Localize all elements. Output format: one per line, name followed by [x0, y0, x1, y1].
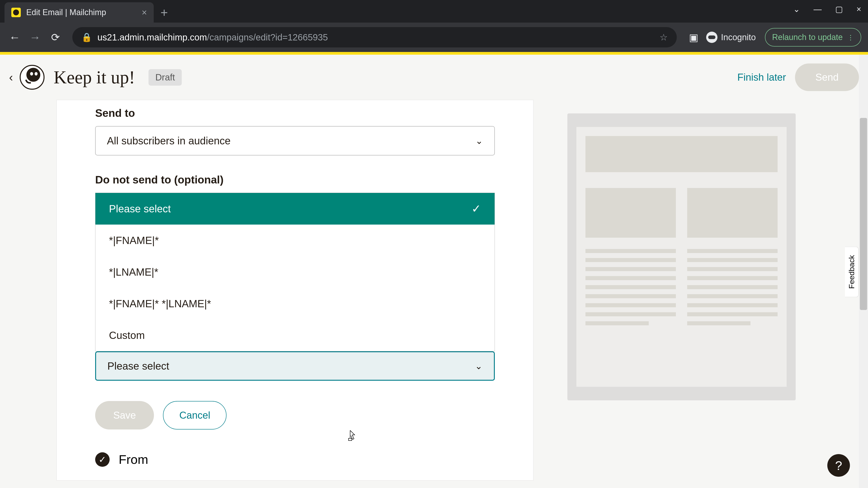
dropdown-option-fullname[interactable]: *|FNAME|* *|LNAME|*: [95, 288, 495, 320]
reload-icon[interactable]: ⟳: [48, 31, 63, 43]
page-title: Keep it up!: [54, 67, 135, 88]
dropdown-option-selected[interactable]: Please select ✓: [95, 193, 495, 225]
section-check-icon: ✓: [95, 452, 110, 467]
save-button: Save: [95, 401, 154, 429]
favicon-icon: [11, 8, 21, 17]
incognito-icon: [706, 32, 717, 43]
scrollbar-thumb[interactable]: [860, 118, 867, 310]
menu-dots-icon[interactable]: ⋮: [847, 33, 854, 41]
chevron-down-icon: ⌄: [475, 135, 483, 146]
send-to-value: All subscribers in audience: [107, 135, 230, 147]
app-header: ‹ Keep it up! Draft Finish later Send: [0, 55, 868, 100]
accent-strip: [0, 52, 868, 55]
status-badge: Draft: [149, 69, 182, 86]
tab-title: Edit Email | Mailchimp: [26, 8, 136, 17]
cancel-button[interactable]: Cancel: [163, 401, 226, 429]
do-not-send-label: Do not send to (optional): [95, 173, 495, 186]
svg-point-3: [35, 72, 37, 75]
email-preview: [567, 113, 796, 400]
browser-tab[interactable]: Edit Email | Mailchimp ×: [4, 2, 154, 23]
forward-icon: →: [27, 31, 43, 44]
dropdown-option-lname[interactable]: *|LNAME|*: [95, 256, 495, 288]
send-to-label: Send to: [95, 107, 495, 119]
svg-point-1: [26, 68, 40, 82]
svg-point-2: [30, 72, 33, 75]
chevron-down-icon: ⌄: [475, 361, 483, 371]
merge-tag-value: Please select: [107, 360, 169, 372]
finish-later-button[interactable]: Finish later: [737, 72, 786, 83]
url-bar[interactable]: 🔒 us21.admin.mailchimp.com/campaigns/edi…: [72, 27, 677, 47]
new-tab-icon[interactable]: +: [160, 5, 168, 20]
browser-tab-bar: Edit Email | Mailchimp × + ⌄ — ▢ ×: [0, 0, 868, 23]
close-window-icon[interactable]: ×: [857, 4, 861, 14]
panel-icon[interactable]: ▣: [689, 32, 699, 43]
help-button[interactable]: ?: [827, 454, 850, 477]
browser-toolbar: ← → ⟳ 🔒 us21.admin.mailchimp.com/campaig…: [0, 23, 868, 52]
from-label: From: [119, 452, 148, 467]
minimize-icon[interactable]: —: [813, 4, 822, 14]
dropdown-list: Please select ✓ *|FNAME|* *|LNAME|* *|FN…: [95, 193, 495, 351]
window-controls: ⌄ — ▢ ×: [793, 4, 861, 14]
mailchimp-logo-icon: [20, 65, 44, 90]
feedback-tab[interactable]: Feedback: [845, 247, 859, 297]
lock-icon: 🔒: [81, 32, 92, 42]
header-back-icon[interactable]: ‹: [9, 70, 13, 84]
dropdown-option-custom[interactable]: Custom: [95, 320, 495, 351]
form-panel: Send to All subscribers in audience ⌄ Do…: [57, 100, 533, 481]
back-icon[interactable]: ←: [7, 31, 23, 44]
send-to-select[interactable]: All subscribers in audience ⌄: [95, 126, 495, 156]
incognito-badge: Incognito: [706, 32, 756, 43]
check-icon: ✓: [471, 202, 481, 215]
url-text: us21.admin.mailchimp.com/campaigns/edit?…: [97, 32, 328, 42]
tab-search-icon[interactable]: ⌄: [793, 4, 800, 14]
close-tab-icon[interactable]: ×: [142, 7, 147, 18]
scrollbar[interactable]: [859, 55, 868, 488]
send-button: Send: [795, 64, 859, 91]
from-section: ✓ From: [95, 452, 495, 467]
preview-panel: [552, 100, 811, 481]
relaunch-button[interactable]: Relaunch to update ⋮: [765, 28, 861, 46]
maximize-icon[interactable]: ▢: [835, 4, 843, 14]
dropdown-option-fname[interactable]: *|FNAME|*: [95, 225, 495, 256]
merge-tag-select[interactable]: Please select ⌄: [95, 351, 495, 381]
bookmark-icon[interactable]: ☆: [659, 32, 668, 42]
